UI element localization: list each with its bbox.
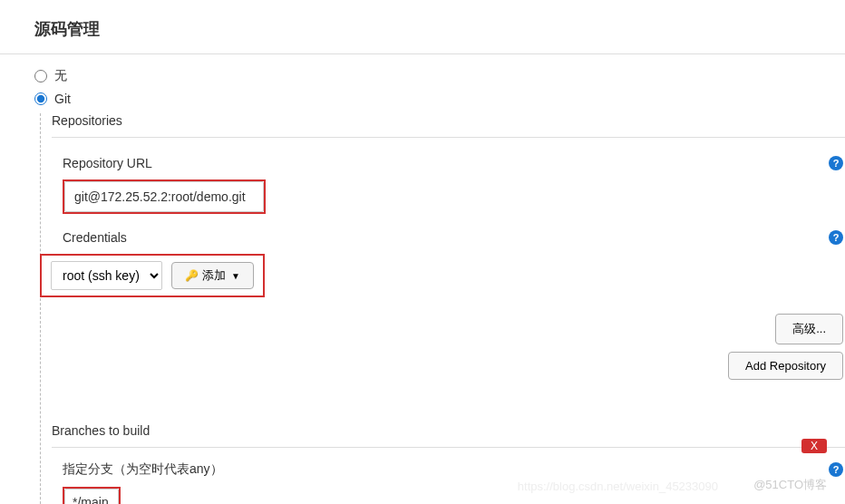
scm-git-label: Git [54, 92, 71, 106]
credentials-label: Credentials [63, 230, 127, 245]
scm-git-radio[interactable] [34, 92, 47, 105]
repositories-label: Repositories [52, 113, 845, 128]
add-button-label: 添加 [202, 267, 226, 284]
watermark-text: @51CTO博客 [753, 477, 827, 493]
scm-none-label: 无 [54, 68, 67, 84]
watermark-url: https://blog.csdn.net/weixin_45233090 [518, 480, 718, 493]
repo-url-label: Repository URL [63, 156, 152, 170]
branch-input[interactable] [64, 489, 119, 504]
delete-branch-button[interactable]: X [801, 439, 827, 453]
credentials-select[interactable]: root (ssh key) [51, 261, 162, 290]
highlight-branch [63, 487, 121, 504]
help-icon[interactable]: ? [829, 156, 843, 170]
advanced-button[interactable]: 高级... [775, 314, 843, 344]
highlight-credentials: root (ssh key) 🔑 添加 ▼ [40, 254, 265, 297]
help-icon[interactable]: ? [829, 462, 843, 477]
scm-none-option[interactable]: 无 [34, 68, 845, 84]
help-icon[interactable]: ? [829, 230, 843, 245]
branches-label: Branches to build [52, 423, 845, 438]
scm-git-option[interactable]: Git [34, 92, 845, 106]
highlight-repo-url [63, 179, 266, 214]
section-divider [0, 53, 845, 54]
branch-spec-label: 指定分支（为空时代表any） [63, 461, 223, 478]
add-credentials-button[interactable]: 🔑 添加 ▼ [171, 262, 254, 289]
section-title: 源码管理 [34, 18, 845, 40]
repo-url-input[interactable] [64, 181, 264, 212]
key-icon: 🔑 [185, 269, 199, 282]
scm-none-radio[interactable] [34, 70, 47, 82]
chevron-down-icon: ▼ [231, 271, 240, 281]
add-repository-button[interactable]: Add Repository [728, 352, 843, 380]
